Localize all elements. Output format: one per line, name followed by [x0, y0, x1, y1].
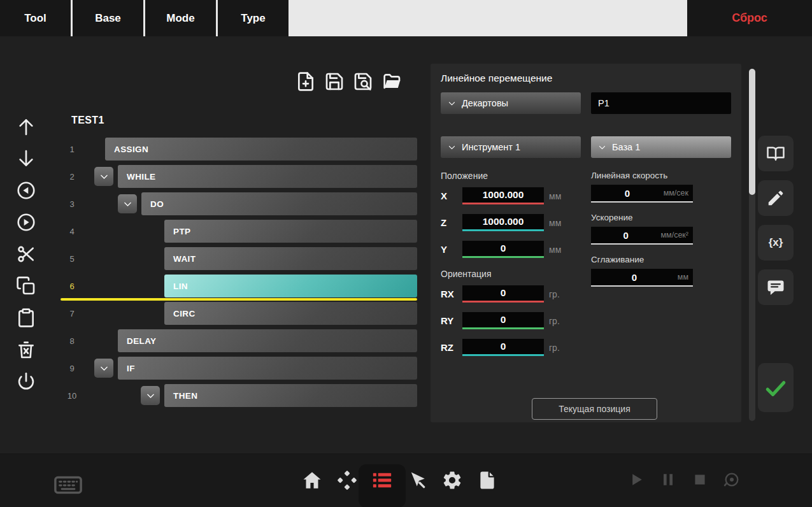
param-value: 0	[591, 230, 661, 241]
axis-field-row: Z1000.000мм	[441, 214, 581, 231]
panel-selectors: Декартовы P1 Инструмент 1 База 1	[441, 92, 731, 158]
nav-pointer-button[interactable]	[406, 469, 428, 491]
move-up-button[interactable]	[16, 117, 36, 137]
save-as-button[interactable]	[353, 71, 373, 93]
program-statement-then[interactable]: THEN	[164, 384, 417, 407]
orientation-section-label: Ориентация	[441, 269, 581, 279]
axis-label: X	[441, 190, 457, 201]
delete-button[interactable]	[16, 339, 36, 360]
nav-jog-button[interactable]	[336, 469, 358, 491]
power-button[interactable]	[16, 371, 36, 392]
tab-mode[interactable]: Mode	[145, 0, 216, 36]
tab-base[interactable]: Base	[73, 0, 143, 36]
nav-program-list-button[interactable]	[371, 469, 393, 491]
point-name-input[interactable]: P1	[591, 92, 731, 114]
program-statement-while[interactable]: WHILE	[118, 165, 417, 188]
edit-button[interactable]	[758, 180, 794, 216]
y-value-input[interactable]: 0	[462, 241, 544, 258]
file-toolbar	[296, 71, 402, 93]
tool-dropdown[interactable]: Инструмент 1	[441, 136, 581, 158]
collapse-chevron-button[interactable]	[141, 386, 160, 405]
program-statement-circ[interactable]: CIRC	[164, 302, 417, 325]
param-group: Ускорение0мм/сек²	[591, 213, 731, 245]
stop-button[interactable]	[691, 471, 709, 489]
chevron-down-icon	[448, 143, 456, 152]
nav-settings-button[interactable]	[441, 469, 463, 491]
ry-value-input[interactable]: 0	[462, 312, 544, 329]
pause-button[interactable]	[659, 471, 677, 489]
panel-title: Линейное перемещение	[441, 73, 731, 84]
new-program-button[interactable]	[296, 71, 316, 93]
rz-value-input[interactable]: 0	[462, 339, 544, 356]
tab-tool[interactable]: Tool	[0, 0, 71, 36]
rx-value-input[interactable]: 0	[462, 285, 544, 303]
save-button[interactable]	[324, 71, 345, 93]
param-value-input[interactable]: 0мм	[591, 269, 693, 287]
reset-button[interactable]: Сброс	[732, 11, 767, 25]
top-bar-filler	[288, 0, 687, 36]
base-dropdown[interactable]: База 1	[591, 136, 731, 158]
program-statement-if[interactable]: IF	[118, 357, 417, 380]
unit-label: гр.	[549, 343, 560, 353]
x-value-input[interactable]: 1000.000	[462, 187, 544, 204]
chevron-down-icon	[598, 143, 606, 152]
param-group: Линейная скорость0мм/сек	[591, 171, 731, 203]
param-value-input[interactable]: 0мм/сек²	[591, 227, 693, 245]
param-value-input[interactable]: 0мм/сек	[591, 185, 693, 203]
nav-files-button[interactable]	[476, 469, 498, 491]
coord-system-dropdown[interactable]: Декартовы	[441, 92, 581, 114]
program-statement-assign[interactable]: ASSIGN	[105, 138, 417, 161]
axis-field-row: RY0гр.	[441, 312, 581, 329]
program-statement-lin[interactable]: LIN	[164, 275, 417, 297]
move-down-button[interactable]	[16, 148, 36, 169]
z-value-input[interactable]: 1000.000	[462, 214, 544, 231]
cut-button[interactable]	[16, 244, 36, 264]
collapse-chevron-button[interactable]	[94, 167, 113, 186]
dropdown-label: Инструмент 1	[462, 142, 520, 152]
axis-label: RY	[441, 315, 457, 326]
axis-label: RZ	[441, 342, 457, 353]
top-tabs: Tool Base Mode Type	[0, 0, 288, 36]
nav-home-button[interactable]	[301, 469, 323, 491]
program-statement-do[interactable]: DO	[141, 192, 417, 215]
motion-panel: Линейное перемещение Декартовы P1 Инстру…	[431, 64, 741, 422]
program-row: 6LIN	[61, 275, 417, 297]
tab-type[interactable]: Type	[218, 0, 288, 36]
row-number: 5	[61, 254, 83, 264]
program-statement-ptp[interactable]: PTP	[164, 220, 417, 243]
program-statement-delay[interactable]: DELAY	[118, 329, 417, 352]
chevron-down-icon	[448, 99, 456, 108]
play-button[interactable]	[627, 471, 645, 489]
program-row: 10THEN	[61, 384, 417, 407]
collapse-chevron-button[interactable]	[118, 194, 137, 213]
step-back-button[interactable]	[16, 180, 36, 201]
current-position-button[interactable]: Текущая позиция	[532, 398, 657, 420]
variables-button[interactable]: {x}	[758, 225, 794, 261]
right-toolbar: {x}	[758, 136, 794, 412]
manual-button[interactable]	[758, 136, 794, 171]
trash-x-icon	[16, 339, 36, 360]
row-number: 1	[61, 145, 83, 154]
paste-button[interactable]	[16, 308, 36, 328]
panel-scrollbar[interactable]	[749, 69, 755, 421]
row-number: 6	[61, 282, 83, 291]
unit-label: гр.	[549, 289, 560, 299]
copy-button[interactable]	[16, 276, 36, 296]
list-icon	[371, 469, 393, 491]
home-icon	[301, 469, 323, 491]
scrollbar-thumb[interactable]	[749, 69, 755, 195]
panel-columns: Положение X1000.000ммZ1000.000ммY0мм Ори…	[441, 171, 731, 366]
param-unit-label: мм/сек	[664, 189, 693, 197]
cycle-button[interactable]	[723, 471, 741, 489]
program-statement-wait[interactable]: WAIT	[164, 247, 417, 270]
confirm-button[interactable]	[758, 363, 794, 412]
position-section-label: Положение	[441, 171, 581, 181]
power-icon	[16, 371, 36, 392]
open-button[interactable]	[381, 71, 402, 93]
pencil-icon	[766, 189, 785, 208]
row-number: 3	[61, 199, 83, 209]
collapse-chevron-button[interactable]	[94, 359, 113, 378]
step-forward-button[interactable]	[16, 212, 36, 232]
comment-button[interactable]	[758, 269, 794, 305]
keyboard-button[interactable]	[53, 470, 83, 492]
